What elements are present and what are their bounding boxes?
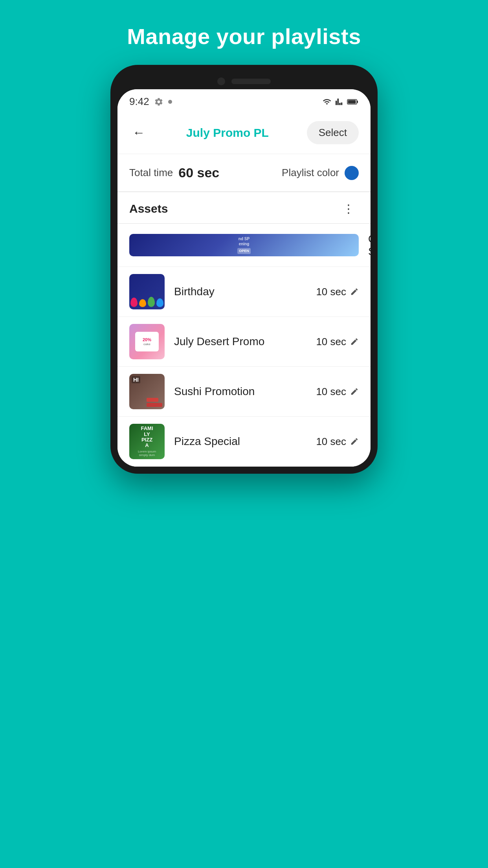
asset-name-sushi: Sushi Promotion xyxy=(174,385,306,398)
asset-duration-pizza: 10 sec xyxy=(316,436,359,448)
phone-speaker xyxy=(231,79,271,84)
asset-thumb-sushi: HI xyxy=(129,374,165,409)
status-right xyxy=(322,97,359,106)
dot-indicator xyxy=(168,100,172,104)
back-button[interactable]: ← xyxy=(129,124,148,142)
asset-duration-text-birthday: 10 sec xyxy=(316,286,346,298)
front-camera xyxy=(217,77,225,85)
asset-name-birthday: Birthday xyxy=(174,285,306,298)
assets-title: Assets xyxy=(129,202,168,215)
playlist-info: Total time 60 sec Playlist color xyxy=(117,154,371,191)
asset-name-opening: Opening Sales xyxy=(368,233,371,258)
playlist-color-section: Playlist color xyxy=(282,166,359,180)
edit-icon-sushi[interactable] xyxy=(350,387,359,396)
status-bar: 9:42 xyxy=(117,89,371,112)
asset-duration-desert: 10 sec xyxy=(316,336,359,348)
asset-thumb-birthday xyxy=(129,274,165,309)
asset-duration-birthday: 10 sec xyxy=(316,286,359,298)
gear-icon xyxy=(154,97,163,107)
phone-outer: 9:42 xyxy=(110,65,378,474)
asset-item-opening-sales[interactable]: nd SP ening OPEN Opening Sales 10 sec xyxy=(117,224,371,267)
asset-duration-text-desert: 10 sec xyxy=(316,336,346,348)
asset-item-desert[interactable]: 20% cake July Desert Promo 10 sec xyxy=(117,317,371,367)
asset-name-pizza: Pizza Special xyxy=(174,435,306,448)
battery-icon xyxy=(347,97,359,106)
svg-rect-2 xyxy=(357,101,358,103)
assets-menu-button[interactable]: ⋮ xyxy=(339,200,359,217)
signal-icon xyxy=(335,97,344,106)
asset-item-sushi[interactable]: HI Sushi Promotion 10 sec xyxy=(117,367,371,417)
playlist-color-dot[interactable] xyxy=(345,166,359,180)
edit-icon-pizza[interactable] xyxy=(350,437,359,446)
phone-screen: 9:42 xyxy=(117,89,371,467)
asset-thumb-pizza: FAMILYPIZZA Lorem ipsumsimply dum xyxy=(129,424,165,459)
asset-duration-text-pizza: 10 sec xyxy=(316,436,346,448)
asset-item-pizza[interactable]: FAMILYPIZZA Lorem ipsumsimply dum Pizza … xyxy=(117,417,371,467)
edit-icon-desert[interactable] xyxy=(350,337,359,346)
page-header: Manage your playlists xyxy=(0,0,488,65)
assets-section-header: Assets ⋮ xyxy=(117,192,371,223)
asset-thumb-desert: 20% cake xyxy=(129,324,165,359)
edit-icon-birthday[interactable] xyxy=(350,287,359,296)
total-time-section: Total time 60 sec xyxy=(129,165,219,180)
total-time-label: Total time xyxy=(129,167,173,179)
app-header-title: July Promo PL xyxy=(186,126,269,140)
page-header-title: Manage your playlists xyxy=(0,24,488,49)
wifi-icon xyxy=(322,97,332,106)
playlist-color-label: Playlist color xyxy=(282,167,339,179)
phone-camera-area xyxy=(117,72,371,89)
asset-name-desert: July Desert Promo xyxy=(174,335,306,348)
app-header: ← July Promo PL Select xyxy=(117,112,371,154)
svg-rect-1 xyxy=(348,100,356,103)
status-time: 9:42 xyxy=(129,96,149,108)
total-time-value: 60 sec xyxy=(178,165,219,180)
phone-mockup: 9:42 xyxy=(110,65,378,772)
asset-item-birthday[interactable]: Birthday 10 sec xyxy=(117,267,371,317)
select-button[interactable]: Select xyxy=(307,121,359,144)
status-left: 9:42 xyxy=(129,96,172,108)
asset-duration-text-sushi: 10 sec xyxy=(316,386,346,398)
asset-thumb-opening: nd SP ening OPEN xyxy=(129,234,359,257)
asset-duration-sushi: 10 sec xyxy=(316,386,359,398)
